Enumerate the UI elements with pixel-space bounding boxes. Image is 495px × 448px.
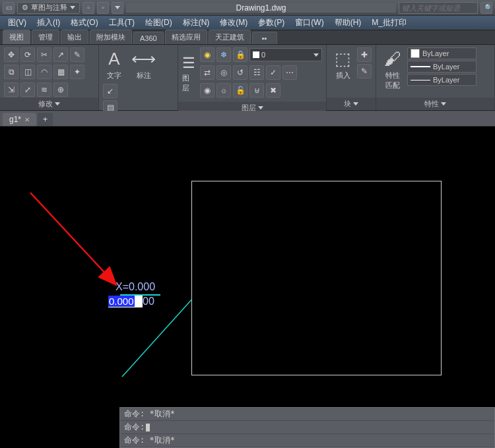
linetype-dropdown[interactable]: ByLayer [407,74,477,86]
svg-line-0 [30,193,116,285]
layer-off-icon[interactable]: ◉ [200,48,214,62]
qat-overflow-icon[interactable] [112,2,123,14]
coord-input-selection[interactable]: 0.000 [108,296,135,307]
menu-modify[interactable]: 修改(M) [214,16,253,30]
tab-a360[interactable]: A360 [133,32,164,44]
panel-block-title[interactable]: 块 [327,98,376,110]
layer-prev-icon[interactable]: ↺ [233,65,248,80]
layer-match-icon[interactable]: ⇄ [200,65,214,80]
qat-save-icon[interactable]: ▫ [97,2,109,14]
block-icon: ⬚ [335,49,351,69]
panel-annotate: A 文字 ⟷ 标注 ↙ ▤ 注释 [99,45,178,110]
color-dropdown[interactable]: ByLayer [407,48,477,59]
chevron-down-icon [70,6,75,9]
new-document-tab[interactable]: + [38,113,53,126]
panel-layer: ☰ 图层 ◉ ❄ 🔒 0 [178,45,327,110]
panel-block: ⬚ 插入 ✚ ✎ 块 [327,45,376,110]
close-icon[interactable]: ✕ [24,116,30,123]
block-edit-icon[interactable]: ✎ [357,64,372,79]
block-create-icon[interactable]: ✚ [357,48,372,62]
workspace-switcher[interactable]: ⚙ 草图与注释 [17,2,80,14]
match-props-icon: 🖌 [384,49,401,69]
mirror-icon[interactable]: ◫ [20,65,35,79]
coord-suffix: 00 [143,296,154,307]
tab-view[interactable]: 视图 [3,30,30,44]
gear-icon: ⚙ [22,3,28,12]
stretch-icon[interactable]: ⇲ [4,82,18,97]
chevron-down-icon [314,53,319,57]
layer-unlock-icon[interactable]: 🔓 [233,83,248,98]
menu-view[interactable]: 图(V) [3,16,32,30]
drawing-canvas[interactable]: X=0.000 0.000 00 命令: *取消* 命令: 命令: *取消* [0,127,495,448]
layer-more-icon[interactable]: ⋯ [282,65,297,80]
layers-icon: ☰ [182,55,195,72]
lineweight-preview [411,66,430,67]
rotate-icon[interactable]: ⟳ [20,48,35,62]
panel-modify-title[interactable]: 修改 [0,98,98,110]
layer-state-icon[interactable]: ✓ [266,65,280,80]
tab-addons[interactable]: 附加模块 [90,30,132,44]
layer-thaw-icon[interactable]: ☼ [216,83,231,98]
menu-help[interactable]: 帮助(H) [329,16,367,30]
command-window[interactable]: 命令: *取消* 命令: 命令: *取消* [119,407,495,448]
lineweight-dropdown[interactable]: ByLayer [407,61,477,73]
leader-icon[interactable]: ↙ [103,84,117,98]
text-icon: A [108,49,119,69]
menu-insert[interactable]: 插入(I) [32,16,65,30]
move-icon[interactable]: ✥ [4,48,18,62]
color-swatch [411,49,420,58]
document-tab[interactable]: g1* ✕ [3,113,36,126]
trim-icon[interactable]: ✂ [37,48,51,62]
ribbon-tabbar: 视图 管理 输出 附加模块 A360 精选应用 天正建筑 ▪▪ [0,30,495,45]
match-props-button[interactable]: 🖌 特性 匹配 [380,48,405,92]
layer-walk-icon[interactable]: ☷ [249,65,264,80]
tab-extra[interactable]: ▪▪ [252,32,277,44]
menu-tools[interactable]: 工具(T) [104,16,140,30]
title-bar: ▭ ⚙ 草图与注释 ▫ ▫ Drawing1.dwg 🔎 [0,0,495,16]
panel-props-title[interactable]: 特性 [376,98,494,110]
layer-on-icon[interactable]: ◉ [200,83,214,98]
layer-freeze-icon[interactable]: ❄ [216,48,231,62]
menu-draw[interactable]: 绘图(D) [140,16,178,30]
menu-dim[interactable]: 标注(N) [178,16,215,30]
layer-props-button[interactable]: ☰ 图层 [182,55,198,93]
search-input[interactable] [399,2,478,14]
layer-delete-icon[interactable]: ✖ [266,83,280,98]
search-icon[interactable]: 🔎 [480,2,492,14]
menu-window[interactable]: 窗口(W) [290,16,329,30]
coord-x-label: X=0.000 [116,281,155,293]
extend-icon[interactable]: ↗ [53,48,68,62]
drawing-rectangle [191,181,442,375]
layer-iso-icon[interactable]: ◎ [216,65,231,80]
copy-icon[interactable]: ⧉ [4,65,18,79]
qat-new-icon[interactable]: ▫ [82,2,94,14]
dimension-button[interactable]: ⟷ 标注 [127,48,160,82]
explode-icon[interactable]: ✦ [70,65,84,79]
menu-param[interactable]: 参数(P) [253,16,290,30]
insert-block-button[interactable]: ⬚ 插入 [331,48,355,98]
coord-y-input-wrap: 0.000 00 [108,296,154,307]
cmd-history-line: 命令: *取消* [120,434,494,447]
qat-open-icon[interactable]: ▭ [3,2,15,14]
panel-modify: ✥ ⟳ ✂ ↗ ✎ ⧉ ◫ ◠ ▦ ✦ ⇲ ⤢ ≋ ⊕ 修改 [0,45,99,110]
menu-batchprint[interactable]: M_批打印 [366,16,412,30]
menu-format[interactable]: 格式(O) [65,16,103,30]
layer-dropdown[interactable]: 0 [249,48,322,61]
tab-tarch[interactable]: 天正建筑 [209,30,251,44]
tab-featured[interactable]: 精选应用 [165,30,207,44]
dimension-icon: ⟷ [131,49,156,69]
document-tabbar: g1* ✕ + [0,111,495,127]
erase-icon[interactable]: ✎ [70,48,84,62]
join-icon[interactable]: ⊕ [53,82,68,97]
layer-merge-icon[interactable]: ⊎ [249,83,264,98]
cmd-history-line: 命令: [120,421,494,434]
tab-output[interactable]: 输出 [61,30,88,44]
tab-manage[interactable]: 管理 [32,30,59,44]
linetype-preview [411,80,430,80]
offset-icon[interactable]: ≋ [37,82,51,97]
fillet-icon[interactable]: ◠ [37,65,51,79]
text-button[interactable]: A 文字 [103,48,125,82]
scale-icon[interactable]: ⤢ [20,82,35,97]
array-icon[interactable]: ▦ [53,65,68,79]
layer-lock-icon[interactable]: 🔒 [233,48,248,62]
